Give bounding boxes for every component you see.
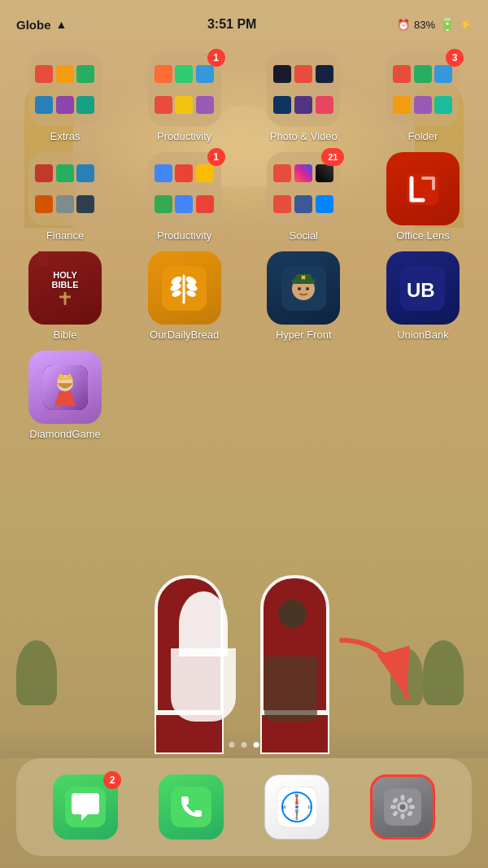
diamondgame-icon xyxy=(28,351,102,424)
productivity1-icon-wrap: 1 xyxy=(148,53,221,126)
app-diamondgame[interactable]: DiamondGame xyxy=(16,351,114,440)
ourdailybread-label: OurDailyBread xyxy=(150,329,219,341)
svg-text:W: W xyxy=(282,805,286,809)
folder-badge: 3 xyxy=(446,49,464,67)
settings-dock-icon xyxy=(370,774,435,840)
status-left: Globe ▲ xyxy=(16,18,67,32)
svg-rect-1 xyxy=(64,292,67,305)
extras-icon xyxy=(28,53,102,126)
dock-phone[interactable] xyxy=(159,774,224,840)
photovideo-label: Photo & Video xyxy=(270,130,338,142)
app-bible[interactable]: HOLYBIBLE Bible xyxy=(16,251,114,341)
bible-label: Bible xyxy=(54,329,77,341)
finance-icon xyxy=(28,152,102,225)
messages-wrap: 2 xyxy=(53,774,118,840)
groom-figure xyxy=(264,600,321,722)
app-social[interactable]: 21 Social xyxy=(255,152,352,242)
svg-rect-41 xyxy=(401,813,405,819)
status-right: ⏰ 83% 🔋 ⚡ xyxy=(397,17,472,33)
app-row-3: HOLYBIBLE Bible xyxy=(16,251,472,341)
diamondgame-svg xyxy=(43,365,88,410)
page-dot-1 xyxy=(229,742,235,748)
officelens-icon xyxy=(386,152,460,225)
ourdailybread-icon xyxy=(148,251,221,325)
svg-text:N: N xyxy=(295,793,298,798)
officelens-label: Office Lens xyxy=(396,229,450,242)
photovideo-icon-wrap xyxy=(267,53,340,126)
page-dot-2 xyxy=(242,742,247,748)
app-productivity1[interactable]: 1 Productivity xyxy=(136,53,233,142)
extras-icon-wrap xyxy=(28,53,102,126)
app-productivity2[interactable]: 1 Productivity xyxy=(136,152,233,242)
app-unionbank[interactable]: UB UnionBank xyxy=(374,251,472,341)
ourdailybread-icon-wrap xyxy=(148,251,221,325)
svg-point-16 xyxy=(306,287,309,290)
unionbank-svg: UB xyxy=(400,266,445,311)
wifi-icon: ▲ xyxy=(56,18,68,31)
extras-label: Extras xyxy=(50,130,81,142)
social-badge: 21 xyxy=(321,148,344,166)
dock-settings[interactable] xyxy=(370,774,435,840)
app-row-2: Finance 1 Productivity xyxy=(16,152,472,242)
social-icon-wrap: 21 xyxy=(267,152,340,225)
bible-bookmark xyxy=(38,251,48,266)
finance-icon-wrap xyxy=(28,152,102,225)
svg-rect-27 xyxy=(171,787,211,827)
status-time: 3:51 PM xyxy=(207,17,256,32)
app-hyperfront[interactable]: Hyper Front xyxy=(255,251,352,341)
hyperfront-icon xyxy=(267,251,340,325)
photovideo-icon xyxy=(267,53,340,126)
app-row-4: DiamondGame xyxy=(16,351,472,440)
app-ourdailybread[interactable]: OurDailyBread xyxy=(136,251,233,341)
svg-rect-43 xyxy=(409,805,415,809)
diamondgame-icon-wrap xyxy=(28,351,102,424)
alarm-icon: ⏰ xyxy=(397,19,410,31)
page-dots xyxy=(229,742,259,748)
hyperfront-label: Hyper Front xyxy=(276,329,332,341)
finance-label: Finance xyxy=(46,229,84,242)
officelens-svg xyxy=(400,167,445,212)
dock: 2 N S E W xyxy=(16,758,472,856)
productivity2-label: Productivity xyxy=(157,229,211,242)
app-folder[interactable]: 3 Folder xyxy=(374,53,472,142)
app-extras[interactable]: Extras xyxy=(16,53,114,142)
battery-label: 83% xyxy=(414,19,435,31)
officelens-icon-wrap xyxy=(386,152,460,225)
svg-point-39 xyxy=(400,805,406,810)
svg-point-30 xyxy=(295,805,298,809)
diamondgame-label: DiamondGame xyxy=(29,428,100,440)
phone-svg xyxy=(171,787,211,827)
unionbank-icon: UB xyxy=(386,251,460,325)
app-photovideo[interactable]: Photo & Video xyxy=(255,53,352,142)
svg-text:UB: UB xyxy=(407,279,435,301)
messages-svg xyxy=(65,787,106,827)
folder-icon-wrap: 3 xyxy=(386,53,460,126)
arrow-svg xyxy=(325,624,423,722)
app-officelens[interactable]: Office Lens xyxy=(374,152,472,242)
svg-rect-2 xyxy=(59,296,71,299)
battery-icon: 🔋 xyxy=(439,17,455,33)
app-finance[interactable]: Finance xyxy=(16,152,114,242)
svg-point-15 xyxy=(298,287,301,290)
ourdailybread-svg xyxy=(162,266,207,311)
social-label: Social xyxy=(290,229,318,242)
settings-svg xyxy=(384,788,421,826)
bible-cross xyxy=(58,291,72,306)
dock-messages[interactable]: 2 xyxy=(53,774,118,840)
page-dot-3 xyxy=(254,742,259,748)
app-grid: Extras 1 Productivity xyxy=(0,45,488,458)
arrow-indicator xyxy=(325,624,423,722)
safari-dock-icon: N S E W xyxy=(264,774,329,840)
safari-svg: N S E W xyxy=(277,787,317,827)
app-row-1: Extras 1 Productivity xyxy=(16,53,472,142)
productivity2-icon-wrap: 1 xyxy=(148,152,221,225)
bible-icon-wrap: HOLYBIBLE xyxy=(28,251,102,325)
productivity2-badge: 1 xyxy=(207,148,225,166)
status-bar: Globe ▲ 3:51 PM ⏰ 83% 🔋 ⚡ xyxy=(0,0,488,41)
dock-safari[interactable]: N S E W xyxy=(264,774,329,840)
folder-label: Folder xyxy=(408,130,438,142)
phone-dock-icon xyxy=(159,774,224,840)
svg-rect-42 xyxy=(390,805,396,809)
carrier-label: Globe xyxy=(16,18,51,32)
hyperfront-icon-wrap xyxy=(267,251,340,325)
